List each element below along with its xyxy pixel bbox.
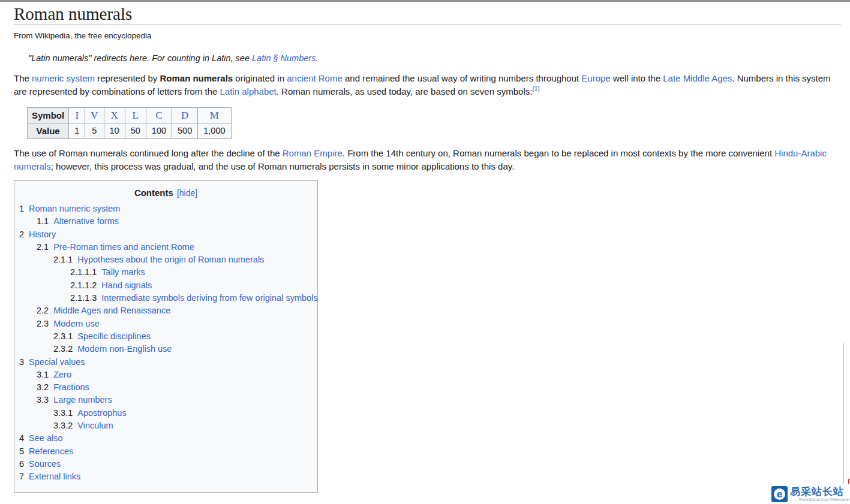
toc-item-link[interactable]: Zero (53, 370, 71, 379)
symbol-row: Symbol I V X L C D M (28, 108, 232, 123)
toc-item-link[interactable]: Roman numeric system (29, 204, 120, 213)
toc-heading: Contents[hide] (14, 188, 317, 198)
intro-paragraph: The numeric system represented by Roman … (14, 72, 841, 98)
toc-item-link[interactable]: Fractions (53, 382, 89, 392)
inline-link[interactable]: Roman Empire (283, 148, 343, 158)
toc-hide-toggle[interactable]: [hide] (177, 188, 197, 198)
toc-item: 2.1.1Hypotheses about the origin of Roma… (14, 253, 317, 266)
easck-logo-icon: e (771, 486, 788, 502)
page-title: Roman numerals (14, 2, 841, 25)
numeral-symbol-link[interactable]: C (155, 110, 162, 121)
symbol-cell: V (85, 108, 104, 123)
symbol-header-cell: Symbol (28, 108, 69, 123)
value-cell: 5 (85, 123, 104, 139)
text-run: originated in (233, 73, 287, 83)
toc-item-link[interactable]: References (29, 446, 73, 456)
toc-item-link[interactable]: Hypotheses about the origin of Roman num… (77, 255, 264, 264)
toc-item-number: 2.1 (37, 242, 49, 252)
toc-item-link[interactable]: Modern non-English use (77, 344, 172, 354)
bold-text: Roman numerals (160, 73, 233, 83)
value-cell: 50 (125, 123, 146, 139)
hatnote: "Latin numerals" redirects here. For cou… (14, 53, 841, 64)
value-cell: 500 (172, 123, 198, 139)
text-run: The (14, 73, 32, 83)
toc-item-link[interactable]: Special values (29, 357, 85, 367)
inline-link[interactable]: Latin alphabet (220, 86, 277, 96)
toc-item-link[interactable]: History (29, 230, 56, 239)
value-cell: 1 (69, 123, 85, 139)
value-cell: 10 (104, 123, 125, 139)
toc-item-link[interactable]: Specific disciplines (77, 331, 151, 341)
inline-link[interactable]: numeric system (32, 73, 95, 83)
toc-item: 3Special values (14, 356, 317, 369)
toc-item-number: 3.3.1 (53, 408, 73, 418)
toc-item: 2.3.2Modern non-English use (14, 343, 317, 355)
symbol-cell: D (172, 108, 198, 123)
toc-item-link[interactable]: Hand signals (101, 280, 152, 290)
table-of-contents: Contents[hide] 1Roman numeric system 1.1… (14, 180, 318, 493)
toc-item-link[interactable]: Modern use (53, 319, 100, 328)
text-run: The use of Roman numerals continued long… (14, 148, 283, 158)
text-run: . Roman numerals, as used today, are bas… (277, 86, 533, 96)
toc-item-link[interactable]: See also (29, 433, 62, 443)
toc-item: 5References (14, 445, 317, 458)
toc-item-number: 2.3 (37, 319, 49, 328)
toc-item: 3.3.2Vinculum (14, 420, 317, 432)
text-run: represented by (95, 73, 160, 83)
toc-item-number: 3.2 (37, 382, 49, 392)
toc-item-link[interactable]: Large numbers (53, 395, 112, 405)
numeral-symbol-link[interactable]: V (91, 110, 98, 121)
text-run: and remained the usual way of writing nu… (343, 73, 582, 83)
toc-item-link[interactable]: Sources (29, 459, 61, 469)
toc-item-number: 2.3.2 (53, 344, 73, 354)
toc-item-link[interactable]: Alternative forms (53, 216, 119, 226)
toc-item-number: 3 (19, 357, 24, 367)
scrollbar-track-line[interactable] (843, 343, 844, 486)
toc-title: Contents (134, 188, 173, 198)
numeral-symbol-link[interactable]: I (75, 110, 79, 121)
value-row: Value 1 5 10 50 100 500 1,000 (28, 123, 232, 139)
second-paragraph: The use of Roman numerals continued long… (14, 147, 841, 173)
inline-link[interactable]: Europe (581, 73, 610, 83)
symbol-cell: M (198, 108, 231, 123)
toc-item-number: 5 (19, 446, 24, 456)
numeral-symbol-link[interactable]: D (181, 110, 188, 121)
toc-item-number: 1 (19, 204, 24, 213)
value-cell: 100 (146, 123, 172, 139)
inline-link[interactable]: Latin § Numbers (252, 53, 316, 63)
symbol-cell: X (104, 108, 125, 123)
text-run: ; however, this process was gradual, and… (51, 161, 515, 171)
reference-link[interactable]: [1] (532, 85, 539, 92)
toc-item-link[interactable]: Pre-Roman times and ancient Rome (53, 242, 194, 252)
numeral-symbol-link[interactable]: M (210, 110, 219, 121)
page-viewport: Roman numerals From Wikipedia, the free … (0, 0, 850, 504)
site-subtitle: From Wikipedia, the free encyclopedia (14, 31, 841, 41)
toc-list: 1Roman numeric system 1.1Alternative for… (14, 203, 317, 484)
toc-item-number: 3.3 (37, 395, 49, 405)
watermark-brand: 易采站长站 (790, 486, 850, 497)
text-run: . From the 14th century on, Roman numera… (343, 148, 774, 158)
toc-item-link[interactable]: External links (29, 472, 80, 481)
toc-item-link[interactable]: Vinculum (77, 421, 113, 430)
text-run: . (316, 53, 318, 63)
toc-item-link[interactable]: Apostrophus (77, 408, 126, 418)
numeral-value-table: Symbol I V X L C D M Value (27, 107, 232, 139)
toc-item: 2.2Middle Ages and Renaissance (14, 304, 317, 317)
numeral-symbol-link[interactable]: X (110, 110, 118, 121)
inline-link[interactable]: Late Middle Ages (663, 73, 732, 83)
toc-item-link[interactable]: Middle Ages and Renaissance (53, 306, 170, 315)
numeral-symbol-link[interactable]: L (133, 110, 139, 121)
text-run: well into the (611, 73, 663, 83)
toc-item-number: 2.1.1.3 (70, 293, 97, 303)
article-content: Roman numerals From Wikipedia, the free … (0, 2, 850, 493)
toc-item: 1Roman numeric system (14, 203, 317, 215)
toc-item-number: 2.1.1 (53, 255, 73, 264)
easck-logo-letter: e (774, 488, 785, 500)
text-run: "Latin numerals" redirects here. For cou… (28, 53, 252, 63)
toc-item-link[interactable]: Intermediate symbols deriving from few o… (101, 293, 317, 303)
toc-item-link[interactable]: Tally marks (101, 267, 145, 277)
toc-item: 2.1Pre-Roman times and ancient Rome (14, 241, 317, 253)
toc-item: 3.3Large numbers (14, 394, 317, 406)
inline-link[interactable]: ancient Rome (287, 73, 343, 83)
toc-item: 2.1.1.2Hand signals (14, 279, 317, 292)
